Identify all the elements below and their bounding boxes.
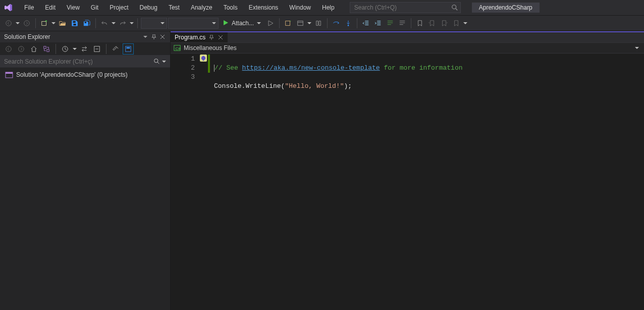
menu-window[interactable]: Window bbox=[284, 2, 316, 13]
toolbar-separator bbox=[95, 18, 96, 28]
svg-rect-15 bbox=[47, 49, 49, 51]
code-text[interactable]: // See https://aka.ms/new-console-templa… bbox=[211, 54, 644, 310]
se-collapse-button[interactable] bbox=[91, 43, 102, 55]
indent-less-button[interactable] bbox=[360, 18, 371, 29]
toolbar-separator bbox=[357, 18, 357, 28]
solution-tree[interactable]: Solution 'AprendendoCSharp' (0 projects) bbox=[0, 68, 170, 310]
save-button[interactable] bbox=[69, 18, 80, 29]
panel-close-icon[interactable] bbox=[159, 33, 166, 40]
global-search-box[interactable] bbox=[350, 2, 461, 13]
suggestion-lightbulb-icon[interactable] bbox=[200, 55, 207, 62]
bookmark-dropdown[interactable] bbox=[463, 22, 468, 24]
nav-back-button[interactable] bbox=[3, 18, 14, 29]
chevron-down-icon bbox=[635, 47, 639, 49]
svg-point-0 bbox=[452, 5, 456, 9]
pin-icon[interactable] bbox=[208, 34, 214, 40]
panel-pin-icon[interactable] bbox=[150, 33, 157, 40]
toolbar-btn-b-dropdown[interactable] bbox=[307, 22, 312, 24]
panel-dropdown-icon[interactable] bbox=[142, 33, 149, 40]
redo-dropdown[interactable] bbox=[129, 22, 134, 24]
svg-rect-7 bbox=[85, 22, 87, 23]
svg-text:C#: C# bbox=[176, 46, 181, 51]
svg-rect-19 bbox=[126, 46, 131, 51]
glyph-margin bbox=[199, 54, 208, 310]
global-search-input[interactable] bbox=[354, 4, 451, 11]
menu-file[interactable]: File bbox=[19, 2, 39, 13]
nav-forward-button[interactable] bbox=[21, 18, 32, 29]
bookmark-prev-button[interactable] bbox=[426, 18, 438, 29]
start-without-debug-button[interactable] bbox=[265, 18, 276, 29]
menu-view[interactable]: View bbox=[62, 2, 85, 13]
svg-rect-5 bbox=[73, 21, 76, 23]
solution-explorer-title: Solution Explorer bbox=[4, 33, 50, 40]
close-icon[interactable] bbox=[218, 34, 224, 40]
svg-rect-24 bbox=[6, 72, 13, 74]
svg-rect-6 bbox=[73, 24, 76, 26]
comment-button[interactable] bbox=[385, 18, 396, 29]
toolbar-btn-c[interactable] bbox=[313, 18, 324, 29]
se-pending-changes-button[interactable] bbox=[60, 43, 71, 55]
menu-debug[interactable]: Debug bbox=[135, 2, 163, 13]
step-into-button[interactable] bbox=[343, 18, 354, 29]
solution-explorer-toolbar bbox=[0, 42, 170, 56]
vs-logo-icon bbox=[2, 1, 15, 14]
toolbar-separator bbox=[279, 18, 280, 28]
solution-explorer-search[interactable] bbox=[0, 56, 170, 68]
chevron-down-icon[interactable] bbox=[162, 61, 166, 63]
new-project-dropdown[interactable] bbox=[51, 22, 56, 24]
toolbar-btn-b[interactable] bbox=[295, 18, 306, 29]
step-over-button[interactable] bbox=[331, 18, 342, 29]
indent-more-button[interactable] bbox=[372, 18, 384, 29]
menu-tools[interactable]: Tools bbox=[219, 2, 243, 13]
menu-extensions[interactable]: Extensions bbox=[244, 2, 284, 13]
code-area[interactable]: 1 2 3 // See https://aka.ms/new-console-… bbox=[171, 54, 644, 310]
play-icon bbox=[223, 20, 229, 27]
se-sync-button[interactable] bbox=[79, 43, 90, 55]
menu-project[interactable]: Project bbox=[104, 2, 133, 13]
menu-bar: File Edit View Git Project Debug Test An… bbox=[0, 0, 644, 15]
toolbar-separator bbox=[56, 44, 56, 54]
menu-help[interactable]: Help bbox=[317, 2, 340, 13]
svg-point-13 bbox=[19, 46, 24, 51]
se-switch-views-button[interactable] bbox=[41, 43, 52, 55]
solution-explorer-title-bar[interactable]: Solution Explorer bbox=[0, 31, 170, 42]
menu-analyze[interactable]: Analyze bbox=[186, 2, 218, 13]
editor-nav-bar: C# Miscellaneous Files bbox=[171, 42, 644, 54]
se-back-button[interactable] bbox=[3, 43, 14, 55]
redo-button[interactable] bbox=[117, 18, 128, 29]
se-home-button[interactable] bbox=[28, 43, 39, 55]
undo-dropdown[interactable] bbox=[111, 22, 116, 24]
nav-back-dropdown[interactable] bbox=[15, 22, 20, 24]
attach-debugger-button[interactable]: Attach... bbox=[220, 18, 264, 29]
bookmark-button[interactable] bbox=[414, 18, 425, 29]
bookmark-next-button[interactable] bbox=[439, 18, 450, 29]
document-tab-program[interactable]: Program.cs bbox=[171, 32, 228, 42]
solution-config-combo[interactable] bbox=[141, 18, 167, 29]
save-all-button[interactable] bbox=[81, 18, 92, 29]
svg-line-1 bbox=[455, 9, 457, 11]
se-preview-button[interactable] bbox=[123, 43, 134, 55]
new-project-button[interactable] bbox=[39, 18, 50, 29]
solution-root-node[interactable]: Solution 'AprendendoCSharp' (0 projects) bbox=[4, 70, 166, 80]
se-forward-button[interactable] bbox=[16, 43, 27, 55]
solution-platform-combo[interactable] bbox=[168, 18, 219, 29]
open-file-button[interactable] bbox=[57, 18, 68, 29]
nav-scope-combo[interactable]: Miscellaneous Files bbox=[184, 44, 641, 51]
toolbar-separator bbox=[35, 18, 36, 28]
svg-rect-8 bbox=[286, 21, 290, 26]
editor-area: Program.cs C# Miscellaneous Files 1 2 3 bbox=[171, 31, 644, 310]
menu-test[interactable]: Test bbox=[164, 2, 185, 13]
se-pending-dropdown[interactable] bbox=[72, 48, 77, 50]
svg-line-22 bbox=[157, 62, 159, 64]
menu-edit[interactable]: Edit bbox=[40, 2, 61, 13]
se-properties-button[interactable] bbox=[110, 43, 121, 55]
toolbar-btn-a[interactable] bbox=[283, 18, 294, 29]
solution-explorer-search-input[interactable] bbox=[4, 58, 153, 65]
uncomment-button[interactable] bbox=[397, 18, 408, 29]
undo-button[interactable] bbox=[99, 18, 110, 29]
solution-name-badge[interactable]: AprendendoCSharp bbox=[472, 3, 540, 13]
bookmark-clear-button[interactable] bbox=[451, 18, 462, 29]
menu-git[interactable]: Git bbox=[86, 2, 103, 13]
added-lines-indicator bbox=[208, 55, 210, 73]
svg-point-12 bbox=[6, 46, 12, 51]
